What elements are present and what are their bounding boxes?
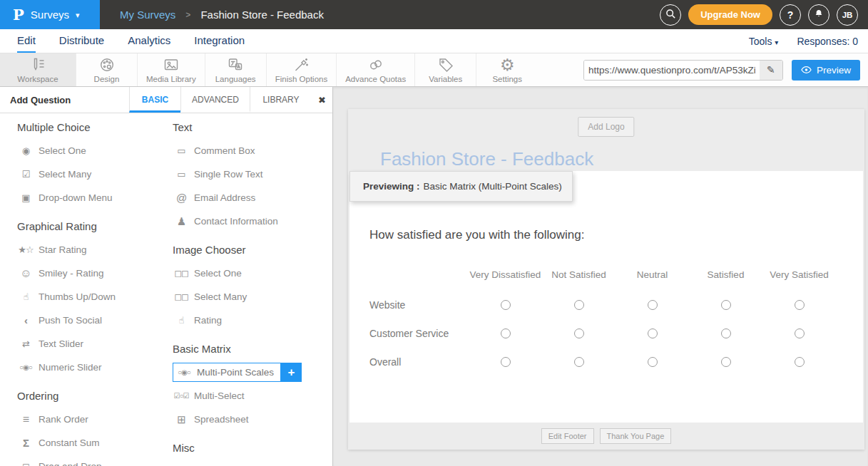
image-squares-icon: ◻◻	[173, 291, 190, 302]
question-types-column-1: Multiple Choice ◉ Select One ☑ Select Ma…	[0, 122, 168, 466]
question-type-constant-sum[interactable]: Σ Constant Sum	[17, 431, 168, 455]
toolbar-variables[interactable]: Variables	[415, 53, 476, 86]
question-type-select-many[interactable]: ☑ Select Many	[17, 162, 168, 186]
toolbar-workspace[interactable]: Workspace	[0, 53, 76, 86]
matrix-radio[interactable]	[648, 300, 658, 310]
question-type-thumbs-up-down[interactable]: ☝ Thumbs Up/Down	[17, 285, 168, 309]
matrix-radio[interactable]	[795, 357, 805, 367]
question-type-rank-order[interactable]: ≡ Rank Order	[17, 408, 168, 431]
image-squares-icon: ◻◻	[173, 268, 190, 279]
question-type-multi-select[interactable]: ☑○☑ Multi-Select	[173, 384, 332, 408]
breadcrumb-my-surveys[interactable]: My Surveys	[120, 9, 175, 21]
question-type-image-select-many[interactable]: ◻◻ Select Many	[173, 285, 332, 309]
add-question-type-button[interactable]: +	[281, 363, 302, 382]
tab-distribute[interactable]: Distribute	[59, 29, 104, 53]
user-avatar[interactable]: JB	[837, 4, 858, 26]
matrix-question-text[interactable]: How satisfied are you with the following…	[369, 228, 584, 242]
matrix-column-header: Very Dissatisfied	[469, 262, 542, 287]
bell-icon	[813, 8, 824, 21]
matrix-radio[interactable]	[795, 300, 805, 310]
matrix-radio[interactable]	[574, 328, 584, 338]
design-palette-icon	[98, 56, 116, 73]
search-button[interactable]	[660, 4, 681, 26]
question-type-drag-drop[interactable]: ◻ Drag and Drop	[17, 455, 168, 466]
help-button[interactable]: ?	[780, 4, 801, 26]
image-icon	[163, 56, 180, 73]
sliders-icon: ⇄	[17, 338, 34, 349]
tab-basic[interactable]: BASIC	[129, 87, 180, 113]
edit-url-button[interactable]: ✎	[760, 61, 782, 80]
question-type-spreadsheet[interactable]: ⊞ Spreadsheet	[173, 408, 332, 431]
notifications-button[interactable]	[808, 4, 829, 26]
survey-header: Add Logo Fashion Store - Feedback	[348, 109, 864, 171]
edit-footer-button[interactable]: Edit Footer	[541, 428, 594, 444]
question-type-smiley-rating[interactable]: ☺ Smiley - Rating	[17, 262, 168, 285]
matrix-radio[interactable]	[648, 357, 658, 367]
tab-library[interactable]: LIBRARY	[250, 87, 312, 113]
toolbar-right: ✎ Preview	[583, 53, 868, 86]
question-type-image-rating[interactable]: ☝ Rating	[173, 309, 332, 332]
add-logo-button[interactable]: Add Logo	[578, 117, 634, 137]
matrix-radio[interactable]	[501, 328, 511, 338]
survey-preview-card: Add Logo Fashion Store - Feedback Previe…	[348, 109, 864, 450]
question-type-push-to-social[interactable]: ‹ Push To Social	[17, 309, 168, 332]
panel-title: Add Question	[0, 87, 129, 113]
upgrade-now-button[interactable]: Upgrade Now	[688, 4, 772, 25]
previewing-label: Previewing :	[363, 181, 420, 192]
matrix-radio[interactable]	[501, 357, 511, 367]
question-type-text-slider[interactable]: ⇄ Text Slider	[17, 332, 168, 356]
survey-url-input[interactable]	[584, 61, 760, 80]
toolbar-settings[interactable]: ⚙ Settings	[476, 53, 538, 86]
matrix-row-label: Customer Service	[369, 319, 469, 348]
question-type-multi-point-scales[interactable]: ○◉○ Multi-Point Scales +	[173, 361, 332, 384]
tab-edit[interactable]: Edit	[17, 29, 36, 53]
survey-nav: Edit Distribute Analytics Integration To…	[0, 29, 868, 53]
thank-you-page-button[interactable]: Thank You Page	[600, 428, 672, 444]
matrix-radio[interactable]	[721, 328, 731, 338]
toolbar-finish-options[interactable]: Finish Options	[267, 53, 337, 86]
question-type-single-row-text[interactable]: ▭ Single Row Text	[173, 162, 332, 186]
question-type-email-address[interactable]: @ Email Address	[173, 186, 332, 209]
nav-right: Tools ▾ Responses: 0	[749, 29, 868, 53]
add-question-panel: Add Question BASIC ADVANCED LIBRARY ✖ Mu…	[0, 87, 333, 466]
questionpro-logo-icon: P	[13, 6, 24, 24]
matrix-column-header: Neutral	[616, 262, 689, 287]
languages-icon	[227, 56, 244, 73]
tab-advanced[interactable]: ADVANCED	[180, 87, 250, 113]
close-panel-button[interactable]: ✖	[312, 87, 332, 113]
toolbar-languages[interactable]: Languages	[205, 53, 267, 86]
question-type-comment-box[interactable]: ▭ Comment Box	[173, 139, 332, 162]
edit-toolbar: Workspace Design Media Library Languages…	[0, 53, 868, 87]
toolbar-media-library[interactable]: Media Library	[138, 53, 205, 86]
responses-count[interactable]: Responses: 0	[797, 36, 858, 47]
tab-integration[interactable]: Integration	[194, 29, 245, 53]
question-type-numeric-slider[interactable]: ○◉○ Numeric Slider	[17, 356, 168, 379]
breadcrumb-current-survey: Fashion Store - Feedback	[200, 9, 324, 21]
spreadsheet-grid-icon: ⊞	[173, 413, 190, 426]
question-type-dropdown-menu[interactable]: ▣ Drop-down Menu	[17, 186, 168, 209]
matrix-radio[interactable]	[574, 300, 584, 310]
tab-analytics[interactable]: Analytics	[128, 29, 170, 53]
matrix-radio[interactable]	[795, 328, 805, 338]
toolbar-advance-quotas[interactable]: Advance Quotas	[337, 53, 415, 86]
section-graphical-rating: Graphical Rating	[17, 221, 168, 232]
matrix-table: Very Dissatisfied Not Satisfied Neutral …	[369, 262, 836, 376]
product-switcher[interactable]: P Surveys ▾	[0, 0, 100, 29]
question-type-star-rating[interactable]: ★☆ Star Rating	[17, 238, 168, 262]
matrix-radio[interactable]	[501, 300, 511, 310]
question-type-contact-information[interactable]: ♟ Contact Information	[173, 209, 332, 233]
workspace-icon	[29, 56, 46, 73]
product-name: Surveys	[31, 9, 69, 21]
matrix-row-label: Overall	[369, 348, 469, 376]
tools-menu[interactable]: Tools ▾	[749, 36, 779, 47]
survey-title[interactable]: Fashion Store - Feedback	[380, 148, 593, 170]
matrix-radio[interactable]	[648, 328, 658, 338]
preview-button[interactable]: Preview	[792, 60, 860, 81]
question-type-image-select-one[interactable]: ◻◻ Select One	[173, 262, 332, 285]
matrix-radio[interactable]	[574, 357, 584, 367]
matrix-radio[interactable]	[721, 300, 731, 310]
toolbar-design[interactable]: Design	[76, 53, 138, 86]
question-type-select-one[interactable]: ◉ Select One	[17, 139, 168, 162]
question-mark-icon: ?	[787, 9, 794, 21]
matrix-radio[interactable]	[721, 357, 731, 367]
